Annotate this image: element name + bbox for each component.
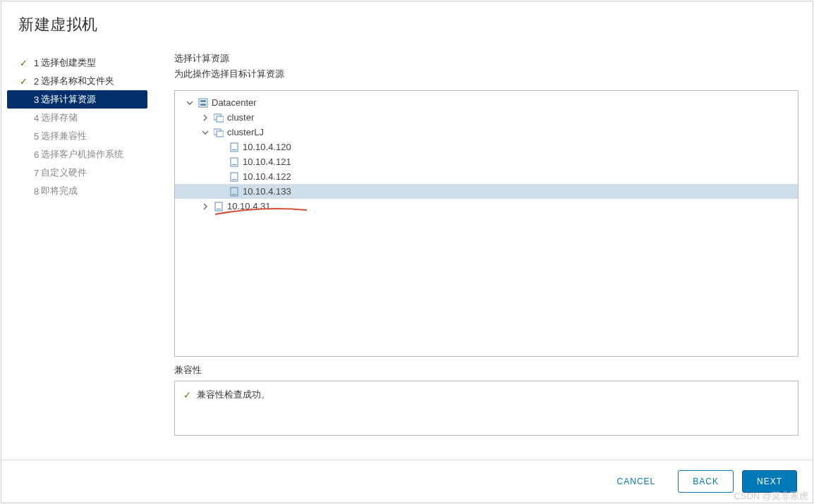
svg-rect-12 bbox=[232, 179, 236, 180]
step-2[interactable]: ✓ 2 选择名称和文件夹 bbox=[7, 72, 147, 90]
tree-label: 10.10.4.133 bbox=[243, 186, 291, 197]
resource-tree[interactable]: Datacenter cluster bbox=[174, 90, 798, 357]
step-4: 4 选择存储 bbox=[7, 109, 147, 127]
check-icon: ✓ bbox=[183, 390, 191, 400]
host-icon bbox=[229, 157, 239, 167]
host-icon bbox=[229, 187, 239, 197]
svg-rect-10 bbox=[232, 164, 236, 165]
tree-label: 10.10.4.120 bbox=[243, 142, 291, 152]
svg-rect-1 bbox=[200, 100, 206, 102]
step-label: 选择客户机操作系统 bbox=[41, 148, 123, 161]
step-3[interactable]: 3 选择计算资源 bbox=[7, 90, 147, 109]
chevron-right-icon[interactable] bbox=[202, 114, 212, 121]
host-icon bbox=[229, 142, 239, 152]
svg-rect-9 bbox=[231, 158, 238, 166]
step-label: 即将完成 bbox=[41, 185, 78, 197]
step-7: 7 自定义硬件 bbox=[7, 164, 147, 182]
back-button[interactable]: BACK bbox=[678, 470, 734, 493]
tree-label: cluster bbox=[227, 112, 254, 123]
section-heading: 选择计算资源 bbox=[174, 52, 798, 65]
wizard-steps: ✓ 1 选择创建类型 ✓ 2 选择名称和文件夹 3 选择计算资源 4 选择存储 … bbox=[1, 47, 153, 460]
check-icon: ✓ bbox=[20, 76, 28, 87]
step-label: 选择兼容性 bbox=[41, 130, 87, 142]
section-subtitle: 为此操作选择目标计算资源 bbox=[174, 68, 798, 80]
tree-row-datacenter[interactable]: Datacenter bbox=[175, 95, 798, 110]
svg-rect-7 bbox=[231, 143, 238, 152]
compat-heading: 兼容性 bbox=[174, 364, 798, 376]
cancel-button[interactable]: CANCEL bbox=[603, 470, 670, 493]
step-label: 自定义硬件 bbox=[41, 166, 87, 179]
chevron-down-icon[interactable] bbox=[202, 129, 212, 136]
dialog-header: 新建虚拟机 bbox=[1, 1, 813, 47]
host-icon bbox=[229, 172, 239, 182]
chevron-right-icon[interactable] bbox=[202, 203, 212, 210]
dialog-footer: CANCEL BACK NEXT bbox=[1, 460, 813, 503]
tree-row-host[interactable]: 10.10.4.31 bbox=[175, 199, 798, 214]
step-1[interactable]: ✓ 1 选择创建类型 bbox=[7, 54, 147, 72]
step-label: 选择存储 bbox=[41, 111, 78, 124]
svg-rect-4 bbox=[217, 116, 224, 122]
step-6: 6 选择客户机操作系统 bbox=[7, 145, 147, 164]
datacenter-icon bbox=[198, 98, 208, 108]
dialog-title: 新建虚拟机 bbox=[18, 14, 796, 35]
step-8: 8 即将完成 bbox=[7, 182, 147, 200]
svg-rect-6 bbox=[217, 131, 224, 137]
watermark: CSDN @莫非冢虎 bbox=[734, 490, 808, 503]
svg-rect-2 bbox=[200, 104, 206, 106]
tree-row-host-selected[interactable]: 10.10.4.133 bbox=[175, 184, 798, 199]
step-label: 选择计算资源 bbox=[41, 93, 96, 106]
compat-message: 兼容性检查成功。 bbox=[197, 388, 270, 401]
tree-row-host[interactable]: 10.10.4.121 bbox=[175, 154, 798, 169]
tree-label: Datacenter bbox=[212, 97, 257, 108]
cluster-icon bbox=[214, 128, 224, 137]
step-label: 选择创建类型 bbox=[41, 56, 96, 69]
svg-rect-11 bbox=[231, 173, 238, 181]
chevron-down-icon[interactable] bbox=[186, 99, 196, 106]
tree-label: 10.10.4.31 bbox=[227, 201, 270, 211]
step-5: 5 选择兼容性 bbox=[7, 127, 147, 145]
cluster-icon bbox=[214, 113, 224, 123]
tree-label: clusterLJ bbox=[227, 127, 264, 137]
svg-rect-8 bbox=[232, 149, 236, 150]
svg-rect-0 bbox=[199, 99, 207, 107]
svg-rect-15 bbox=[215, 202, 222, 211]
svg-rect-16 bbox=[217, 209, 221, 209]
host-icon bbox=[214, 202, 224, 211]
svg-rect-14 bbox=[232, 194, 236, 195]
svg-rect-13 bbox=[231, 188, 238, 196]
compat-box: ✓ 兼容性检查成功。 bbox=[174, 381, 798, 436]
tree-label: 10.10.4.122 bbox=[243, 171, 291, 182]
tree-row-host[interactable]: 10.10.4.122 bbox=[175, 169, 798, 184]
tree-row-cluster[interactable]: cluster bbox=[175, 110, 798, 125]
tree-label: 10.10.4.121 bbox=[243, 156, 291, 167]
tree-row-clusterlj[interactable]: clusterLJ bbox=[175, 125, 798, 140]
step-label: 选择名称和文件夹 bbox=[41, 75, 114, 87]
tree-row-host[interactable]: 10.10.4.120 bbox=[175, 140, 798, 154]
check-icon: ✓ bbox=[20, 58, 28, 68]
